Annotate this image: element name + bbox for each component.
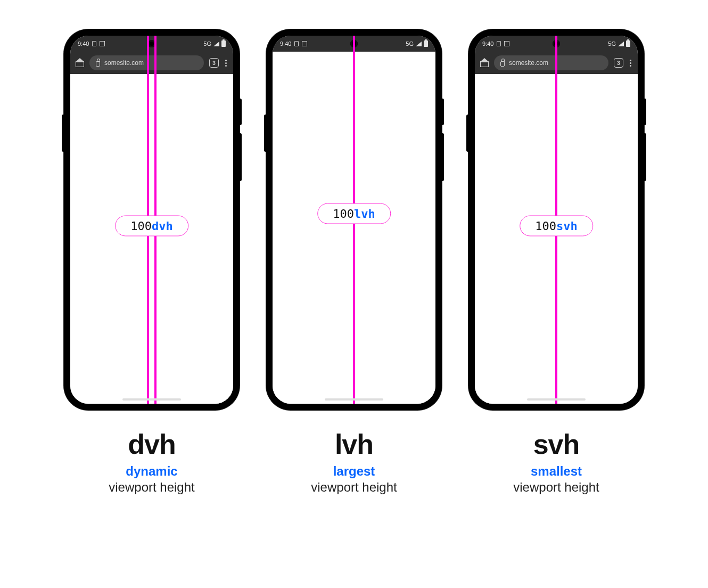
battery-icon xyxy=(221,40,226,47)
url-text: somesite.com xyxy=(509,59,548,67)
pill-value: 100 xyxy=(535,219,556,232)
status-bar: 9:40 5G xyxy=(70,36,233,52)
caption: svh smallest viewport height xyxy=(513,428,599,495)
caption: dvh dynamic viewport height xyxy=(109,428,194,495)
caption-rest: viewport height xyxy=(311,480,397,494)
page-viewport: 100dvh xyxy=(70,74,233,404)
notification-icon xyxy=(92,41,96,46)
lock-icon xyxy=(96,61,100,67)
signal-icon xyxy=(416,42,422,46)
caption-title: dvh xyxy=(109,428,194,460)
col-lvh: 9:40 5G 100lvh xyxy=(266,29,442,495)
status-time: 9:40 xyxy=(280,40,291,47)
home-icon[interactable] xyxy=(76,59,84,67)
status-time: 9:40 xyxy=(482,40,493,47)
network-label: 5G xyxy=(406,40,414,47)
caption-title: svh xyxy=(513,428,599,460)
page-viewport: 100svh xyxy=(475,74,638,404)
status-time: 9:40 xyxy=(78,40,89,47)
pill-unit: lvh xyxy=(354,207,375,220)
notification-icon xyxy=(100,41,105,46)
pill-value: 100 xyxy=(333,207,354,220)
home-icon[interactable] xyxy=(480,59,489,67)
phone-frame: 9:40 5G somesite.com xyxy=(64,29,240,410)
overflow-menu-icon[interactable] xyxy=(224,60,228,67)
caption-keyword: smallest xyxy=(531,464,582,478)
battery-icon xyxy=(626,40,630,47)
col-dvh: 9:40 5G somesite.com xyxy=(64,29,240,495)
gesture-bar-icon xyxy=(122,398,181,401)
caption-keyword: largest xyxy=(333,464,375,478)
diagram-row: 9:40 5G somesite.com xyxy=(64,29,644,495)
value-pill: 100lvh xyxy=(317,203,391,224)
gesture-bar-icon xyxy=(325,398,383,401)
col-svh: 9:40 5G somesite.com xyxy=(468,29,644,495)
url-text: somesite.com xyxy=(104,59,144,67)
caption-keyword: dynamic xyxy=(126,464,177,478)
notification-icon xyxy=(302,41,307,46)
notification-icon xyxy=(497,41,501,46)
battery-icon xyxy=(424,40,428,47)
caption: lvh largest viewport height xyxy=(311,428,397,495)
pill-unit: dvh xyxy=(152,219,173,232)
caption-rest: viewport height xyxy=(109,480,194,494)
phone-frame: 9:40 5G somesite.com xyxy=(468,29,644,410)
browser-url-bar: somesite.com 3 xyxy=(70,52,233,74)
network-label: 5G xyxy=(608,40,616,47)
overflow-menu-icon[interactable] xyxy=(629,60,632,67)
page-viewport: 100lvh xyxy=(273,52,435,404)
notification-icon xyxy=(504,41,509,46)
tab-switcher-button[interactable]: 3 xyxy=(209,58,219,68)
gesture-bar-icon xyxy=(527,398,586,401)
phone-screen: 9:40 5G somesite.com xyxy=(70,36,233,404)
phone-screen: 9:40 5G 100lvh xyxy=(273,36,435,404)
phone-frame: 9:40 5G 100lvh xyxy=(266,29,442,410)
notification-icon xyxy=(294,41,299,46)
pill-value: 100 xyxy=(130,219,152,232)
value-pill: 100svh xyxy=(520,215,593,236)
signal-icon xyxy=(618,42,624,46)
caption-rest: viewport height xyxy=(513,480,599,494)
signal-icon xyxy=(213,42,219,46)
tab-switcher-button[interactable]: 3 xyxy=(614,58,623,68)
network-label: 5G xyxy=(203,40,211,47)
phone-screen: 9:40 5G somesite.com xyxy=(475,36,638,404)
value-pill: 100dvh xyxy=(115,215,188,236)
caption-title: lvh xyxy=(311,428,397,460)
omnibox[interactable]: somesite.com xyxy=(494,55,608,70)
lock-icon xyxy=(500,61,505,67)
pill-unit: svh xyxy=(556,219,578,232)
